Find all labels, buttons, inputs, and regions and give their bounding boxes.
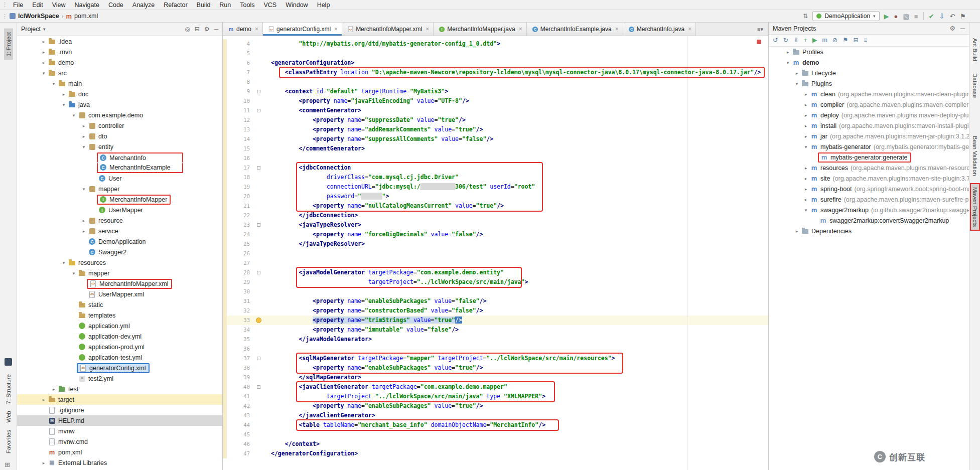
maven-item-plugins[interactable]: ▾Plugins <box>769 78 969 89</box>
editor-line-17[interactable]: 17 <jdbcConnection <box>223 163 768 173</box>
project-item-src[interactable]: ▾src <box>17 68 222 78</box>
editor-line-27[interactable]: 27 <box>223 258 768 268</box>
tab-list-icon[interactable]: ≡▾ <box>757 26 768 33</box>
maven-item-mybatis-generator-generate[interactable]: mmybatis-generator:generate <box>769 152 969 163</box>
tool-button-1-project[interactable]: 1: Project <box>4 29 13 60</box>
chevron-down-icon[interactable]: ▾ <box>61 102 67 107</box>
project-item-.idea[interactable]: ▸.idea <box>17 36 222 47</box>
editor-line-33[interactable]: 33 <property name="trimStrings" value="t… <box>223 316 768 325</box>
project-item-usermapper[interactable]: IUserMapper <box>17 205 222 215</box>
chevron-down-icon[interactable]: ▾ <box>61 260 67 265</box>
console-icon[interactable] <box>5 358 12 366</box>
maven-item-dependencies[interactable]: ▸Dependencies <box>769 226 969 236</box>
menu-code[interactable]: Code <box>104 2 128 9</box>
editor-line-41[interactable]: 41 targetProject="../lclWorkSpace/src/ma… <box>223 392 768 401</box>
project-item-doc[interactable]: ▸doc <box>17 89 222 99</box>
run-config-select[interactable]: DemoApplication ▾ <box>812 11 879 21</box>
project-item-generatorconfig.xml[interactable]: <>generatorConfig.xml <box>17 363 222 373</box>
editor-line-22[interactable]: 22 </jdbcConnection> <box>223 211 768 220</box>
reimport-all-icon[interactable]: ↺ <box>773 37 778 44</box>
close-tab-icon[interactable]: × <box>688 26 691 33</box>
editor-line-24[interactable]: 24 <property name="forceBigDecimals" val… <box>223 230 768 239</box>
chevron-right-icon[interactable]: ▸ <box>51 387 57 392</box>
project-item-merchantinfo[interactable]: CMerchantInfo <box>17 152 222 163</box>
chevron-right-icon[interactable]: ▸ <box>81 123 87 128</box>
breadcrumb-file[interactable]: pom.xml <box>74 13 98 20</box>
project-item-main[interactable]: ▾main <box>17 78 222 89</box>
editor-body[interactable]: 4 "http://mybatis.org/dtd/mybatis-genera… <box>223 36 768 470</box>
editor-line-18[interactable]: 18 driverClass="com.mysql.cj.jdbc.Driver… <box>223 173 768 182</box>
maven-item-mybatis-generator[interactable]: ▾mmybatis-generator(org.mybatis.generato… <box>769 141 969 152</box>
chevron-right-icon[interactable]: ▸ <box>803 102 809 107</box>
project-item-pom.xml[interactable]: mpom.xml <box>17 447 222 457</box>
maven-item-swagger2markup[interactable]: ▾mswagger2markup(io.github.swagger2marku… <box>769 205 969 215</box>
fold-marker-icon[interactable] <box>257 385 260 389</box>
commit-changes-icon[interactable]: ✔ <box>929 13 934 20</box>
chevron-right-icon[interactable]: ▸ <box>803 166 809 171</box>
chevron-right-icon[interactable]: ▸ <box>81 218 87 223</box>
project-item-demoapplication[interactable]: CDemoApplication <box>17 236 222 247</box>
hide-panel-icon[interactable]: ─ <box>960 25 965 32</box>
editor-line-35[interactable]: 35 </javaModelGenerator> <box>223 335 768 344</box>
chevron-down-icon[interactable]: ▾ <box>41 71 47 76</box>
chevron-right-icon[interactable]: ▸ <box>803 92 809 97</box>
hide-panel-icon[interactable]: ─ <box>214 26 218 32</box>
maven-item-install[interactable]: ▸minstall(org.apache.maven.plugins:maven… <box>769 120 969 131</box>
chevron-right-icon[interactable]: ▸ <box>794 229 800 234</box>
fold-marker-icon[interactable] <box>257 223 260 227</box>
editor-line-14[interactable]: 14 <property name="suppressAllComments" … <box>223 134 768 144</box>
maven-item-demo[interactable]: ▾mdemo <box>769 57 969 68</box>
add-maven-project-icon[interactable]: + <box>803 37 807 44</box>
editor-line-32[interactable]: 32 <property name="constructorBased" val… <box>223 306 768 316</box>
menu-file[interactable]: File <box>9 2 28 9</box>
editor-line-23[interactable]: 23 <javaTypeResolver> <box>223 220 768 230</box>
project-item-usermapper.xml[interactable]: <>UserMapper.xml <box>17 289 222 299</box>
maven-item-swagger2markup-convertswagger2markup[interactable]: mswagger2markup:convertSwagger2markup <box>769 215 969 226</box>
tool-button-bean-validation[interactable]: Bean Validation <box>970 132 979 180</box>
error-stripe-indicator[interactable] <box>757 40 761 44</box>
project-item-com.example.demo[interactable]: ▾com.example.demo <box>17 110 222 120</box>
maven-item-jar[interactable]: ▸mjar(org.apache.maven.plugins:maven-jar… <box>769 131 969 141</box>
tool-windows-toggle-icon[interactable]: ⊞ <box>5 461 10 468</box>
editor-tab-merchantinfo.java[interactable]: CMerchantInfo.java× <box>623 23 696 36</box>
skip-tests-icon[interactable]: ⊘ <box>832 37 837 44</box>
project-panel-title[interactable]: Project <box>21 26 41 33</box>
project-item-static[interactable]: static <box>17 299 222 310</box>
editor-line-37[interactable]: 37 <sqlMapGenerator targetPackage="mappe… <box>223 354 768 363</box>
maven-item-resources[interactable]: ▸mresources(org.apache.maven.plugins:mav… <box>769 163 969 173</box>
close-tab-icon[interactable]: × <box>615 26 619 33</box>
chevron-right-icon[interactable]: ▸ <box>41 460 47 465</box>
project-item-java[interactable]: ▾java <box>17 99 222 110</box>
project-item-entity[interactable]: ▾entity <box>17 141 222 152</box>
editor-tab-merchantinfomapper.java[interactable]: IMerchantInfoMapper.java× <box>434 23 526 36</box>
maven-item-surefire[interactable]: ▸msurefire(org.apache.maven.plugins:mave… <box>769 194 969 205</box>
chevron-right-icon[interactable]: ▸ <box>803 197 809 202</box>
editor-line-31[interactable]: 31 <property name="enableSubPackages" va… <box>223 296 768 306</box>
editor-line-19[interactable]: 19 connectionURL="jdbc:mysql:/██████████… <box>223 182 768 192</box>
menu-vcs[interactable]: VCS <box>259 2 281 9</box>
project-item-resources[interactable]: ▾resources <box>17 257 222 268</box>
chevron-down-icon[interactable]: ▾ <box>71 271 77 276</box>
project-item-resource[interactable]: ▸resource <box>17 215 222 226</box>
editor-line-47[interactable]: 47</generatorConfiguration> <box>223 449 768 458</box>
editor-line-15[interactable]: 15 </commentGenerator> <box>223 144 768 153</box>
maven-profiles-icon[interactable]: ⚑ <box>843 37 848 44</box>
editor-line-12[interactable]: 12 <property name="suppressDate" value="… <box>223 115 768 125</box>
editor-line-13[interactable]: 13 <property name="addRemarkComments" va… <box>223 125 768 134</box>
run-maven-build-icon[interactable]: ▶ <box>812 37 817 44</box>
fold-marker-icon[interactable] <box>257 357 260 360</box>
menu-navigate[interactable]: Navigate <box>70 2 104 9</box>
editor-line-29[interactable]: 29 targetProject="../lclWorkSpace/src/ma… <box>223 277 768 287</box>
chevron-right-icon[interactable]: ▸ <box>41 50 47 55</box>
editor-line-34[interactable]: 34 <property name="immutable" value="fal… <box>223 325 768 335</box>
chevron-down-icon[interactable]: ▾ <box>71 113 77 118</box>
maven-item-profiles[interactable]: ▸Profiles <box>769 47 969 57</box>
chevron-down-icon[interactable]: ▾ <box>803 208 809 213</box>
chevron-right-icon[interactable]: ▸ <box>61 92 67 97</box>
menu-window[interactable]: Window <box>281 2 312 9</box>
editor-tab-generatorconfig.xml[interactable]: <>generatorConfig.xml× <box>263 23 342 36</box>
tool-button-web[interactable]: Web <box>4 407 13 426</box>
project-item-external-libraries[interactable]: ▸≣External Libraries <box>17 457 222 468</box>
chevron-down-icon[interactable]: ▾ <box>803 144 809 149</box>
project-item-mapper[interactable]: ▾mapper <box>17 268 222 278</box>
